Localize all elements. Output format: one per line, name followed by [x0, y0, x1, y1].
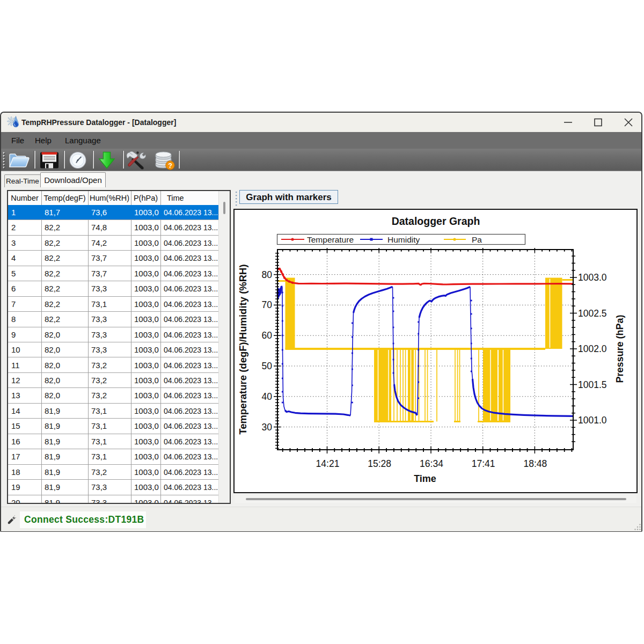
svg-text:Temperature: Temperature — [307, 235, 354, 244]
svg-text:15:28: 15:28 — [368, 458, 391, 469]
svg-text:?: ? — [168, 162, 172, 170]
svg-text:70: 70 — [262, 299, 273, 310]
svg-text:17:41: 17:41 — [472, 458, 495, 469]
svg-text:Datalogger Graph: Datalogger Graph — [392, 215, 480, 227]
svg-text:1002.0: 1002.0 — [578, 343, 607, 354]
svg-text:Pa: Pa — [472, 235, 482, 244]
svg-text:1003.0: 1003.0 — [578, 272, 607, 283]
svg-text:40: 40 — [262, 391, 273, 402]
svg-text:1001.5: 1001.5 — [578, 379, 607, 390]
svg-text:Time: Time — [414, 473, 436, 484]
svg-text:60: 60 — [262, 330, 273, 341]
svg-text:16:34: 16:34 — [420, 458, 443, 469]
svg-text:1001.0: 1001.0 — [578, 415, 607, 426]
svg-text:14:21: 14:21 — [316, 458, 340, 469]
svg-text:18:48: 18:48 — [524, 458, 547, 469]
svg-text:Pressure (hPa): Pressure (hPa) — [614, 314, 625, 383]
svg-text:1002.5: 1002.5 — [578, 308, 607, 319]
svg-text:80: 80 — [262, 269, 273, 280]
svg-text:Temperature (degF)/Humidity (%: Temperature (degF)/Humidity (%RH) — [237, 264, 248, 434]
svg-text:30: 30 — [262, 422, 273, 433]
svg-text:50: 50 — [262, 361, 273, 371]
svg-text:Humidity: Humidity — [387, 235, 420, 244]
